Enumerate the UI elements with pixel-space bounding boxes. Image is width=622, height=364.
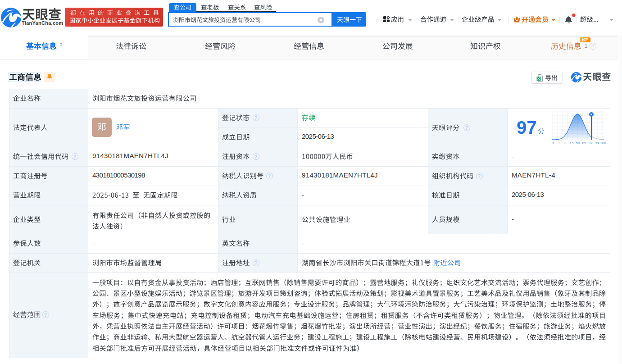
svg-text:97: 97: [589, 141, 593, 145]
svg-text:15: 15: [570, 141, 574, 145]
svg-text:50: 50: [576, 141, 580, 145]
svg-text:0: 0: [552, 141, 554, 145]
svg-text:1: 1: [558, 141, 560, 145]
svg-text:85: 85: [582, 141, 586, 145]
svg-text:3: 3: [564, 141, 567, 145]
svg-text:100: 100: [600, 141, 606, 145]
svg-text:99: 99: [595, 141, 599, 145]
